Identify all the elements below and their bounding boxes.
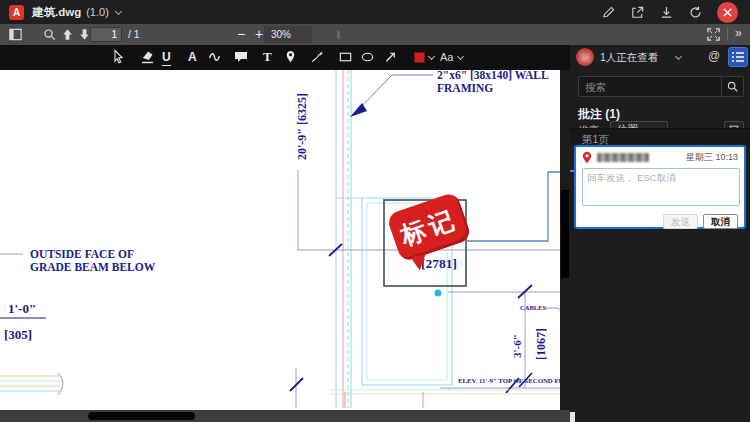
- cancel-button[interactable]: 取消: [703, 214, 738, 229]
- color-picker-chevron-icon[interactable]: [428, 53, 435, 60]
- arrow-tool-icon[interactable]: [383, 49, 398, 65]
- cad-text-wall-framing-1: 2"x6" [38x140] WALL: [437, 70, 549, 81]
- cad-text-dim-2781: [2781]: [421, 256, 457, 271]
- share-icon[interactable]: [630, 5, 645, 20]
- stamp-text: 标记: [396, 202, 462, 252]
- cad-text-outside-face-2: GRADE BEAM BELOW: [30, 261, 156, 273]
- acrobat-app-icon: A: [9, 5, 24, 20]
- text-tool-icon[interactable]: T: [263, 49, 272, 65]
- avatar[interactable]: [576, 48, 594, 66]
- leader-line: [354, 75, 433, 114]
- pin-tool-icon[interactable]: [283, 49, 298, 65]
- viewers-label[interactable]: 1人正在查看: [600, 51, 658, 65]
- avatar-blur: [580, 53, 590, 62]
- more-tools-button[interactable]: »: [735, 26, 742, 40]
- cad-text-cables: CABLES: [520, 304, 546, 311]
- titlebar: A 建筑.dwg (1.0): [0, 0, 750, 24]
- page-panel-icon[interactable]: [8, 27, 23, 42]
- download-icon[interactable]: [659, 5, 674, 20]
- underline-tool-icon[interactable]: U: [162, 50, 171, 66]
- cad-text-outside-face-1: OUTSIDE FACE OF: [30, 248, 134, 260]
- search-document-icon[interactable]: [42, 27, 57, 42]
- toolbar-drag-handle: [337, 31, 340, 39]
- cad-text-dim-1-0: 1'-0": [8, 301, 36, 316]
- leader-arrowhead: [350, 103, 367, 117]
- drawing-canvas[interactable]: 2"x6" [38x140] WALL FRAMING 20'-9" [6325…: [0, 70, 570, 422]
- horizontal-scrollbar-thumb[interactable]: [88, 412, 195, 420]
- comment-reply-input[interactable]: [582, 168, 740, 206]
- list-icon: [729, 48, 747, 66]
- comment-connector-line: [466, 172, 570, 241]
- comment-card[interactable]: 星期三 10:13 发送 取消: [574, 145, 746, 229]
- sidebar-header: 1人正在查看 @: [570, 45, 750, 70]
- sync-icon[interactable]: [688, 5, 703, 20]
- color-picker-swatch[interactable]: [414, 52, 425, 63]
- scrollbar-corner: [570, 412, 575, 422]
- horizontal-scrollbar[interactable]: [0, 410, 570, 422]
- page-number-input[interactable]: [90, 27, 122, 42]
- cad-text-dim-20-9: 20'-9" [6325]: [295, 93, 309, 160]
- comment-timestamp: 星期三 10:13: [686, 151, 738, 164]
- vertical-scrollbar[interactable]: [560, 70, 570, 410]
- sticky-note-tool-icon[interactable]: [233, 49, 249, 65]
- mention-icon[interactable]: @: [708, 49, 720, 63]
- search-button[interactable]: [721, 77, 743, 96]
- viewers-chevron-icon[interactable]: [675, 53, 682, 60]
- cad-text-dim-305: [305]: [4, 327, 32, 342]
- search-icon: [726, 80, 739, 93]
- select-cursor-tool-icon[interactable]: [111, 49, 126, 65]
- send-button[interactable]: 发送: [663, 214, 698, 229]
- rectangle-tool-icon[interactable]: [338, 49, 353, 65]
- text-style-button[interactable]: Aa: [440, 51, 453, 63]
- pen-tool-icon[interactable]: [310, 49, 325, 65]
- page-total-label: / 1: [128, 28, 140, 40]
- annotation-dot[interactable]: [435, 290, 442, 297]
- comment-pin-icon: [582, 151, 592, 164]
- freetext-tool-icon[interactable]: A: [188, 50, 197, 64]
- comment-list-toggle-button[interactable]: [728, 47, 748, 67]
- zoom-level-select[interactable]: 30%: [264, 26, 312, 43]
- ellipse-tool-icon[interactable]: [360, 49, 375, 65]
- vertical-scrollbar-thumb[interactable]: [561, 190, 569, 278]
- zoom-out-button[interactable]: −: [234, 26, 248, 42]
- fullscreen-icon[interactable]: [706, 27, 721, 42]
- page-section-header: 第1页: [570, 128, 750, 144]
- cad-text-wall-framing-2: FRAMING: [437, 82, 493, 94]
- cad-text-dim-3-6: 3'-6": [511, 334, 523, 358]
- search-box: [578, 76, 744, 97]
- previous-page-icon[interactable]: [60, 27, 75, 42]
- toolbar-divider: [727, 28, 728, 41]
- file-menu-chevron-icon[interactable]: [115, 7, 122, 14]
- comments-sidebar: 批注 (1) 排序: 位置 第1页 星期三 10:13 发送 取消: [570, 70, 750, 422]
- cad-text-dim-1067: [1067]: [534, 328, 548, 360]
- highlight-tool-icon[interactable]: [140, 49, 155, 65]
- file-name: 建筑.dwg: [32, 5, 81, 20]
- close-button[interactable]: [717, 2, 738, 23]
- search-input[interactable]: [579, 77, 721, 96]
- text-style-chevron-icon[interactable]: [457, 53, 464, 60]
- comment-author-redacted: [597, 153, 649, 162]
- squiggly-tool-icon[interactable]: [207, 49, 222, 65]
- cad-drawing: 2"x6" [38x140] WALL FRAMING 20'-9" [6325…: [0, 70, 570, 410]
- navigation-toolbar: / 1 − + 30% »: [0, 24, 750, 45]
- annotation-toolbar: U A T Aa: [0, 45, 570, 70]
- edit-icon[interactable]: [601, 5, 616, 20]
- file-version: (1.0): [86, 6, 109, 18]
